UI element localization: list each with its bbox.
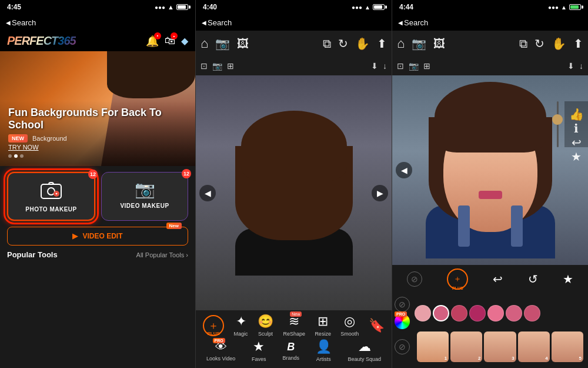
share3-icon[interactable]: ⬆ <box>573 37 583 51</box>
photo-makeup-card[interactable]: 12 ♥ PHOTO MAKEUP <box>7 172 95 221</box>
back-button-3[interactable]: Search <box>398 18 428 27</box>
video-makeup-card[interactable]: 12 📷 VIDEO MAKEUP <box>101 172 188 221</box>
photo-badge: 12 <box>88 170 98 179</box>
thumbsup-icon[interactable]: 👍 <box>569 107 584 121</box>
plus-circle-icon: ＋ PLUS <box>203 315 224 336</box>
plus-p3[interactable]: ＋ PLUS <box>447 268 468 290</box>
swatch-1[interactable] <box>415 305 431 321</box>
all-tools-link[interactable]: All Popular Tools › <box>136 251 188 258</box>
slider-track[interactable] <box>557 101 559 147</box>
toolbar3-right: ⧉ ↻ ✋ ⬆ <box>519 37 583 51</box>
home-icon[interactable]: ⌂ <box>201 36 208 51</box>
palette-slash-icon[interactable]: ⊘ <box>395 297 410 312</box>
cam3-small[interactable]: 📷 <box>409 61 419 71</box>
copy-icon[interactable]: ⧉ <box>323 37 331 51</box>
cart-icon[interactable]: 🛍 • <box>165 35 175 47</box>
faves-tool[interactable]: ★ Faves <box>252 339 266 362</box>
artists-tool[interactable]: 👤 Artists <box>316 339 332 362</box>
preset-1[interactable]: 1 <box>417 331 449 362</box>
back-button-2[interactable]: Search <box>202 18 232 27</box>
bookmark-tool[interactable]: 🔖 <box>369 318 385 333</box>
diamond-icon[interactable]: ◆ <box>181 35 188 47</box>
try-now-button[interactable]: TRY NOW <box>8 144 187 151</box>
loop3-icon[interactable]: ↻ <box>534 37 544 51</box>
top-toolbar-3: ⌂ 📷 🖼 ⧉ ↻ ✋ ⬆ <box>392 31 588 57</box>
undo-side-icon[interactable]: ↩ <box>572 135 582 150</box>
download-icon-2[interactable]: ⬇ <box>371 61 378 71</box>
preset-2[interactable]: 2 <box>450 331 482 362</box>
video-edit-button[interactable]: New ▶ VIDEO EDIT <box>7 227 188 246</box>
palette-slash-2[interactable]: ⊘ <box>395 339 410 354</box>
smooth-label: Smooth <box>340 331 359 337</box>
beauty-squad-tool[interactable]: ☁ Beauty Squad <box>348 339 382 362</box>
download-small[interactable]: ↓ <box>383 61 387 71</box>
header-icons: 🔔 • 🛍 • ◆ <box>146 35 188 48</box>
color-wheel[interactable]: PRO <box>395 314 410 329</box>
reshape-tool[interactable]: ≋ New ReShape <box>283 314 305 337</box>
redo-action[interactable]: ↺ <box>528 272 538 286</box>
resize-tool[interactable]: ⊞ Resize <box>315 314 331 337</box>
home3-icon[interactable]: ⌂ <box>397 36 405 51</box>
signal-icon-1: ●●● <box>155 4 165 11</box>
preset-3[interactable]: 3 <box>484 331 516 362</box>
swatches-row <box>415 305 540 321</box>
reshape-label: ReShape <box>283 331 305 337</box>
preset-num-1: 1 <box>445 356 447 361</box>
camera2-icon[interactable]: 📷 <box>215 37 230 51</box>
star-action[interactable]: ★ <box>563 272 573 286</box>
nav-bar-3: Search <box>392 14 588 31</box>
swatch-2[interactable] <box>433 305 449 321</box>
swatch-5[interactable] <box>487 305 504 321</box>
preset-num-5: 5 <box>579 356 582 361</box>
looks-video-tool[interactable]: 👁 PRO Looks Video <box>206 340 235 362</box>
slider-thumb[interactable] <box>552 114 563 125</box>
copy3-icon[interactable]: ⧉ <box>519 37 527 51</box>
preset-5[interactable]: 5 <box>552 331 583 362</box>
slash-icon: ⊘ <box>407 271 422 287</box>
palette-left-2: ⊘ <box>395 339 410 354</box>
palette-row-2: ⊘ 1 2 3 4 <box>395 331 586 362</box>
app-header: PERFECT365 🔔 • 🛍 • ◆ <box>0 31 195 51</box>
loop-icon[interactable]: ↻ <box>338 37 348 51</box>
mask3-icon[interactable]: ⊞ <box>423 61 430 71</box>
slash-action[interactable]: ⊘ <box>407 271 422 287</box>
download3-small[interactable]: ↓ <box>579 61 583 71</box>
beauty-squad-label: Beauty Squad <box>348 356 382 362</box>
star-side-icon[interactable]: ★ <box>571 150 582 164</box>
new-badge: NEW <box>8 134 28 142</box>
preset-4[interactable]: 4 <box>518 331 550 362</box>
panel-3-palette: 4:44 ●●● ▲ Search ⌂ 📷 🖼 ⧉ ↻ ✋ ⬆ ⊡ 📷 ⊞ <box>392 0 588 368</box>
share-icon[interactable]: ⬆ <box>377 37 387 51</box>
dot-1 <box>8 154 12 158</box>
mask-icon[interactable]: ⊞ <box>227 61 234 71</box>
image3-icon[interactable]: 🖼 <box>433 37 445 51</box>
download3-icon[interactable]: ⬇ <box>567 61 574 71</box>
swatch-3[interactable] <box>451 305 467 321</box>
wifi-icon-1: ▲ <box>168 4 174 11</box>
camera3-icon[interactable]: 📷 <box>412 37 426 51</box>
swatch-4[interactable] <box>469 305 486 321</box>
video-makeup-icon: 📷 <box>135 180 155 199</box>
swatch-7[interactable] <box>524 305 540 321</box>
camera-small-icon[interactable]: 📷 <box>212 61 222 71</box>
heart-dot: ♥ <box>54 191 59 197</box>
compare3-icon[interactable]: ⊡ <box>397 61 404 71</box>
hand-icon[interactable]: ✋ <box>355 37 370 51</box>
info-icon[interactable]: ℹ <box>574 121 579 135</box>
sculpt-tool[interactable]: 😊 Sculpt <box>258 314 273 337</box>
smooth-tool[interactable]: ◎ Smooth <box>340 314 359 337</box>
notification-icon[interactable]: 🔔 • <box>146 35 159 48</box>
status-icons-1: ●●● ▲ <box>155 4 188 11</box>
undo-action[interactable]: ↩ <box>493 272 503 286</box>
swatch-6[interactable] <box>506 305 522 321</box>
magic-tool[interactable]: ✦ Magic <box>234 314 248 337</box>
toolbar-left: ⌂ 📷 🖼 <box>201 36 249 51</box>
back-button-1[interactable]: Search <box>6 18 36 27</box>
undo-p3-icon: ↩ <box>493 272 503 286</box>
hand3-icon[interactable]: ✋ <box>552 37 566 51</box>
brands-tool[interactable]: B Brands <box>282 341 299 361</box>
preset-num-2: 2 <box>478 356 480 361</box>
compare-icon[interactable]: ⊡ <box>201 61 208 71</box>
plus-button[interactable]: ＋ PLUS <box>203 315 224 336</box>
image-icon[interactable]: 🖼 <box>237 37 249 51</box>
